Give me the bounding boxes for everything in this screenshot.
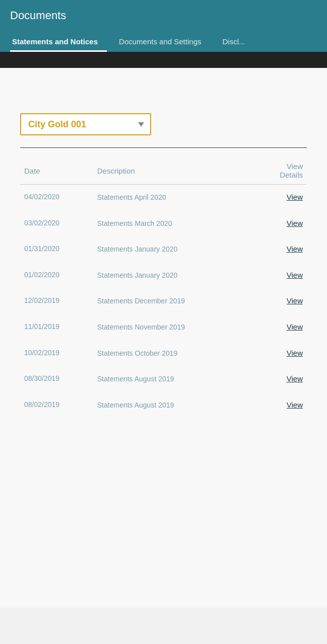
dark-band <box>0 52 327 68</box>
cell-view: View <box>254 314 307 341</box>
tab-statements-notices[interactable]: Statements and Notices <box>10 31 107 52</box>
cell-description: Statements November 2019 <box>93 314 254 341</box>
cell-view: View <box>254 392 307 419</box>
cell-view: View <box>254 288 307 314</box>
col-description: Description <box>93 157 254 184</box>
cell-view: View <box>254 236 307 263</box>
cell-date: 03/02/2020 <box>20 211 93 237</box>
view-link[interactable]: View <box>287 245 303 253</box>
statements-table: Date Description ViewDetails 04/02/2020S… <box>20 157 307 418</box>
page-title: Documents <box>10 9 317 22</box>
view-link[interactable]: View <box>287 296 303 305</box>
tab-documents-settings[interactable]: Documents and Settings <box>117 31 210 52</box>
cell-date: 08/30/2019 <box>20 366 93 392</box>
table-row: 08/30/2019Statements August 2019View <box>20 366 307 392</box>
cell-date: 12/02/2019 <box>20 288 93 314</box>
view-link[interactable]: View <box>287 374 303 383</box>
col-date: Date <box>20 157 93 184</box>
cell-view: View <box>254 341 307 367</box>
table-row: 04/02/2020Statements April 2020View <box>20 185 307 211</box>
cell-description: Statements January 2020 <box>93 236 254 263</box>
view-link[interactable]: View <box>287 193 303 201</box>
account-dropdown-wrapper: City Gold 001 City Gold 002 <box>20 113 307 135</box>
cell-description: Statements December 2019 <box>93 288 254 314</box>
cell-date: 08/02/2019 <box>20 392 93 419</box>
main-content: City Gold 001 City Gold 002 Date Descrip… <box>0 68 327 608</box>
view-link[interactable]: View <box>287 219 303 227</box>
cell-description: Statements January 2020 <box>93 263 254 289</box>
tab-disclosures[interactable]: Discl... <box>220 31 254 52</box>
page-header: Documents Statements and Notices Documen… <box>0 0 327 52</box>
cell-date: 01/02/2020 <box>20 263 93 289</box>
cell-date: 01/31/2020 <box>20 236 93 263</box>
view-link[interactable]: View <box>287 323 303 331</box>
cell-view: View <box>254 263 307 289</box>
cell-description: Statements October 2019 <box>93 341 254 367</box>
table-row: 11/01/2019Statements November 2019View <box>20 314 307 341</box>
table-row: 12/02/2019Statements December 2019View <box>20 288 307 314</box>
tab-bar: Statements and Notices Documents and Set… <box>10 31 317 52</box>
col-view-details: ViewDetails <box>254 157 307 184</box>
view-link[interactable]: View <box>287 400 303 409</box>
cell-date: 04/02/2020 <box>20 185 93 211</box>
table-row: 01/02/2020Statements January 2020View <box>20 263 307 289</box>
table-divider <box>20 147 307 148</box>
table-row: 03/02/2020Statements March 2020View <box>20 211 307 237</box>
cell-description: Statements April 2020 <box>93 185 254 211</box>
table-row: 01/31/2020Statements January 2020View <box>20 236 307 263</box>
table-row: 08/02/2019Statements August 2019View <box>20 392 307 419</box>
cell-view: View <box>254 366 307 392</box>
cell-view: View <box>254 185 307 211</box>
cell-view: View <box>254 211 307 237</box>
account-select[interactable]: City Gold 001 City Gold 002 <box>20 113 151 135</box>
cell-date: 11/01/2019 <box>20 314 93 341</box>
cell-description: Statements August 2019 <box>93 366 254 392</box>
cell-date: 10/02/2019 <box>20 341 93 367</box>
table-row: 10/02/2019Statements October 2019View <box>20 341 307 367</box>
cell-description: Statements March 2020 <box>93 211 254 237</box>
cell-description: Statements August 2019 <box>93 392 254 419</box>
view-link[interactable]: View <box>287 271 303 279</box>
view-link[interactable]: View <box>287 349 303 357</box>
